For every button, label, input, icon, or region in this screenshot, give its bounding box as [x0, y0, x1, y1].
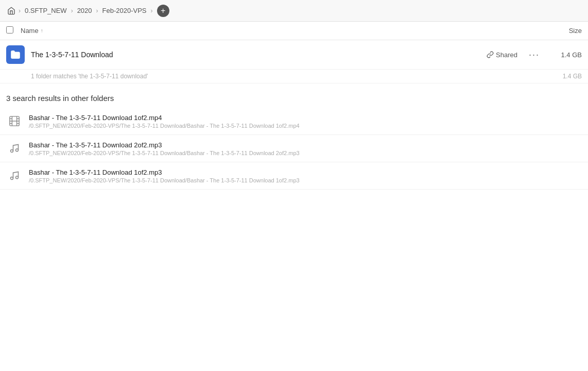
svg-point-9 — [16, 149, 19, 151]
separator-4: › — [151, 7, 153, 14]
breadcrumb-item-feb[interactable]: Feb-2020-VPS — [100, 6, 149, 15]
folder-size: 1.4 GB — [551, 51, 582, 59]
breadcrumb: › 0.SFTP_NEW › 2020 › Feb-2020-VPS › + — [6, 5, 169, 17]
sort-icon: ↑ — [41, 28, 43, 33]
svg-point-11 — [16, 176, 19, 179]
separator-3: › — [96, 7, 98, 14]
svg-point-10 — [11, 177, 13, 180]
other-result-info: Bashar - The 1-3-5-7-11 Download 2of2.mp… — [29, 141, 582, 156]
shared-badge: Shared — [487, 51, 517, 59]
match-hint-size: 1.4 GB — [563, 73, 582, 80]
other-result-path: /0.SFTP_NEW/2020/Feb-2020-VPS/The 1-3-5-… — [29, 150, 582, 156]
audio-file-icon — [6, 140, 23, 157]
match-hint: 1 folder matches 'the 1-3-5-7-11 downloa… — [0, 70, 588, 83]
size-column-header[interactable]: Size — [541, 27, 582, 35]
checkbox-input[interactable] — [6, 26, 13, 33]
breadcrumb-item-sftp[interactable]: 0.SFTP_NEW — [23, 6, 69, 15]
separator-2: › — [71, 7, 73, 14]
other-result-name: Bashar - The 1-3-5-7-11 Download 2of2.mp… — [29, 141, 582, 149]
other-result-name: Bashar - The 1-3-5-7-11 Download 1of2.mp… — [29, 114, 582, 122]
other-results-section-header: 3 search results in other folders — [0, 83, 588, 108]
other-result-path: /0.SFTP_NEW/2020/Feb-2020-VPS/The 1-3-5-… — [29, 177, 582, 183]
main-folder-row[interactable]: The 1-3-5-7-11 Download Shared ··· 1.4 G… — [0, 40, 588, 70]
svg-point-8 — [11, 150, 13, 153]
folder-icon — [6, 45, 25, 64]
link-icon — [487, 51, 494, 58]
other-result-info: Bashar - The 1-3-5-7-11 Download 1of2.mp… — [29, 168, 582, 183]
other-result-path: /0.SFTP_NEW/2020/Feb-2020-VPS/The 1-3-5-… — [29, 123, 582, 129]
separator-1: › — [19, 7, 21, 14]
other-result-row[interactable]: Bashar - The 1-3-5-7-11 Download 1of2.mp… — [0, 162, 588, 190]
other-result-info: Bashar - The 1-3-5-7-11 Download 1of2.mp… — [29, 114, 582, 129]
column-header-row: Name ↑ Size — [0, 22, 588, 40]
other-result-row[interactable]: Bashar - The 1-3-5-7-11 Download 2of2.mp… — [0, 135, 588, 162]
home-button[interactable] — [6, 6, 16, 16]
select-all-checkbox[interactable] — [6, 26, 16, 35]
folder-name: The 1-3-5-7-11 Download — [31, 50, 487, 59]
breadcrumb-item-2020[interactable]: 2020 — [75, 6, 94, 15]
other-results-list: Bashar - The 1-3-5-7-11 Download 1of2.mp… — [0, 108, 588, 190]
other-result-row[interactable]: Bashar - The 1-3-5-7-11 Download 1of2.mp… — [0, 108, 588, 135]
audio-file-icon — [6, 167, 23, 184]
breadcrumb-bar: › 0.SFTP_NEW › 2020 › Feb-2020-VPS › + — [0, 0, 588, 22]
more-options-button[interactable]: ··· — [526, 48, 543, 61]
name-column-header[interactable]: Name ↑ — [21, 27, 541, 35]
other-result-name: Bashar - The 1-3-5-7-11 Download 1of2.mp… — [29, 168, 582, 176]
add-tab-button[interactable]: + — [157, 5, 169, 17]
video-file-icon — [6, 113, 23, 129]
